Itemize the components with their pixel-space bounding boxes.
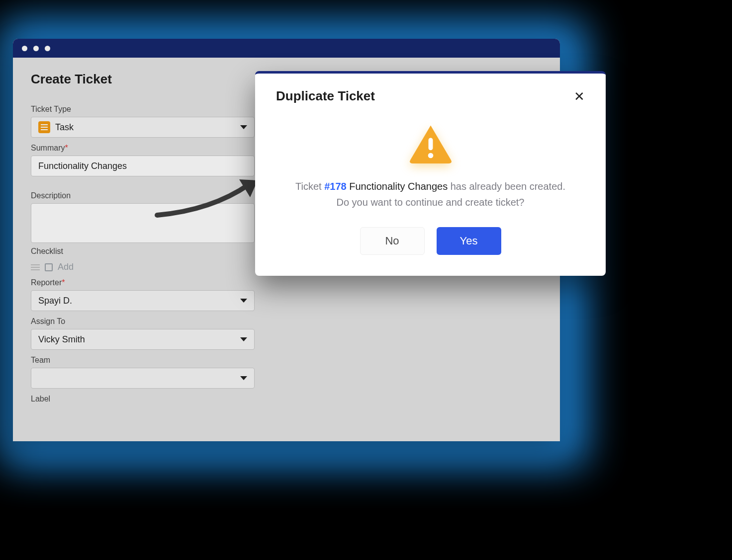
duplicate-ticket-link[interactable]: #178	[324, 181, 347, 192]
drag-handle-icon	[31, 264, 40, 270]
modal-message: Ticket #178 Functionality Changes has al…	[276, 178, 585, 210]
chevron-down-icon	[240, 125, 247, 129]
modal-prefix: Ticket	[295, 181, 324, 192]
duplicate-ticket-name: Functionality Changes	[349, 181, 448, 192]
window-control-dot[interactable]	[33, 46, 39, 51]
description-input[interactable]	[31, 203, 255, 243]
svg-point-1	[428, 153, 433, 159]
duplicate-ticket-modal: Duplicate Ticket ✕ Ticket #178 Functiona…	[255, 71, 606, 276]
task-icon	[38, 121, 50, 133]
assign-to-select[interactable]: Vicky Smith	[31, 329, 255, 350]
modal-suffix: has already been created.	[451, 181, 565, 192]
summary-input[interactable]: Functionality Changes	[31, 156, 255, 176]
warning-icon	[408, 124, 453, 163]
window-control-dot[interactable]	[22, 46, 27, 51]
team-select[interactable]	[31, 368, 255, 389]
team-label: Team	[31, 356, 542, 365]
assign-to-value: Vicky Smith	[38, 334, 85, 345]
close-icon[interactable]: ✕	[574, 90, 585, 103]
yes-button[interactable]: Yes	[437, 227, 501, 255]
summary-value: Functionality Changes	[38, 161, 127, 171]
no-button[interactable]: No	[360, 227, 425, 255]
ticket-type-select[interactable]: Task	[31, 117, 255, 138]
chevron-down-icon	[240, 337, 247, 341]
reporter-label: Reporter*	[31, 278, 542, 287]
label-field-label: Label	[31, 395, 542, 403]
reporter-value: Spayi D.	[38, 296, 72, 306]
modal-line2: Do you want to continue and create ticke…	[336, 197, 524, 208]
modal-title: Duplicate Ticket	[276, 88, 375, 104]
ticket-type-value: Task	[55, 122, 74, 133]
chevron-down-icon	[240, 376, 247, 380]
chevron-down-icon	[240, 299, 247, 303]
window-titlebar	[13, 39, 560, 58]
checkbox-icon[interactable]	[45, 263, 53, 271]
svg-rect-0	[428, 138, 433, 150]
assign-to-label: Assign To	[31, 317, 542, 326]
checklist-add-label: Add	[58, 262, 74, 272]
reporter-select[interactable]: Spayi D.	[31, 290, 255, 311]
window-control-dot[interactable]	[45, 46, 50, 51]
